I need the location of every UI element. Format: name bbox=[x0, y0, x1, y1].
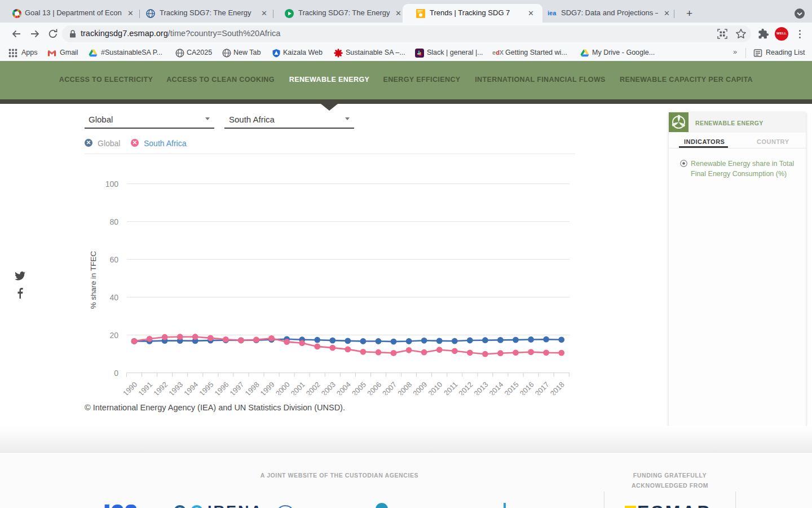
svg-text:1991: 1991 bbox=[136, 380, 154, 395]
svg-text:60: 60 bbox=[109, 255, 118, 264]
svg-text:2013: 2013 bbox=[472, 380, 489, 395]
svg-text:1998: 1998 bbox=[244, 380, 261, 395]
svg-text:2015: 2015 bbox=[503, 380, 520, 395]
svg-text:2005: 2005 bbox=[350, 380, 368, 395]
svg-text:% share in TFEC: % share in TFEC bbox=[89, 251, 98, 309]
svg-text:1992: 1992 bbox=[152, 380, 169, 395]
svg-text:1995: 1995 bbox=[197, 380, 215, 395]
svg-text:2002: 2002 bbox=[304, 380, 322, 395]
svg-text:100: 100 bbox=[105, 179, 119, 189]
svg-text:2017: 2017 bbox=[533, 380, 551, 395]
svg-text:2009: 2009 bbox=[411, 380, 429, 395]
svg-text:2008: 2008 bbox=[396, 380, 413, 395]
svg-text:2001: 2001 bbox=[289, 380, 307, 395]
svg-text:2006: 2006 bbox=[365, 380, 383, 395]
svg-text:0: 0 bbox=[114, 369, 118, 378]
svg-text:1996: 1996 bbox=[213, 380, 230, 395]
svg-text:1999: 1999 bbox=[259, 380, 276, 395]
svg-text:1994: 1994 bbox=[182, 380, 200, 395]
svg-text:2011: 2011 bbox=[442, 380, 459, 395]
svg-text:2012: 2012 bbox=[457, 380, 474, 395]
svg-text:40: 40 bbox=[109, 293, 118, 302]
svg-text:1990: 1990 bbox=[121, 380, 139, 395]
svg-text:1997: 1997 bbox=[228, 380, 245, 395]
svg-text:20: 20 bbox=[109, 331, 118, 340]
svg-text:2000: 2000 bbox=[274, 380, 292, 395]
svg-text:2007: 2007 bbox=[381, 380, 398, 395]
svg-text:2004: 2004 bbox=[335, 380, 352, 395]
svg-text:1993: 1993 bbox=[167, 380, 184, 395]
svg-text:80: 80 bbox=[109, 217, 118, 226]
svg-text:2018: 2018 bbox=[549, 380, 566, 395]
svg-text:2014: 2014 bbox=[487, 380, 505, 395]
svg-text:2010: 2010 bbox=[426, 380, 444, 395]
svg-text:2003: 2003 bbox=[320, 380, 337, 395]
svg-text:2016: 2016 bbox=[518, 380, 536, 395]
